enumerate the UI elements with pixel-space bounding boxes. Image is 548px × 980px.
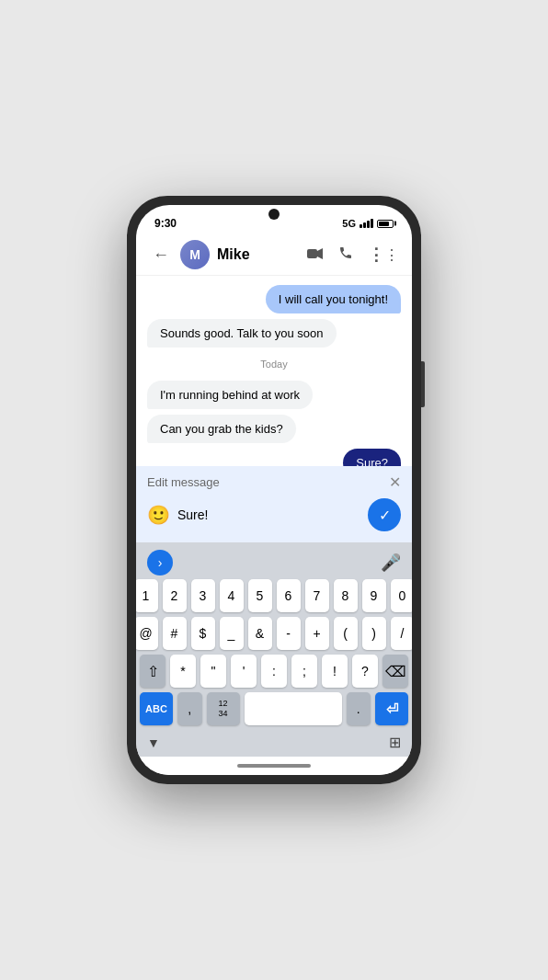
nav-actions: ⋮ (307, 245, 399, 265)
date-divider: Today (147, 359, 401, 370)
keyboard-expand-button[interactable]: › (147, 550, 173, 575)
key-8[interactable]: 8 (334, 579, 358, 612)
key-shift[interactable]: ⇧ (140, 655, 166, 688)
svg-rect-0 (307, 249, 317, 258)
message-bubble-sent-1: I will call you tonight! (266, 285, 401, 313)
home-indicator (237, 764, 311, 768)
key-period[interactable]: . (347, 692, 371, 725)
clear-icon[interactable]: ✕ (389, 473, 401, 491)
phone-frame: 9:30 5G ← M Mike (127, 196, 421, 784)
key-slash[interactable]: / (391, 617, 413, 650)
keyboard-row-2: @ # $ _ & - + ( ) / (140, 617, 408, 650)
key-7[interactable]: 7 (305, 579, 329, 612)
key-semicolon[interactable]: ; (291, 655, 317, 688)
keyboard-bottom-bar: ▼ ⊞ (140, 730, 408, 755)
message-bubble-received-1: Sounds good. Talk to you soon (147, 319, 337, 348)
key-2[interactable]: 2 (163, 579, 187, 612)
phone-call-icon[interactable] (338, 245, 353, 264)
keyboard-row-3: ⇧ * " ' : ; ! ? ⌫ (140, 655, 408, 688)
camera-notch (268, 209, 280, 220)
key-at[interactable]: @ (136, 617, 158, 650)
mic-icon[interactable]: 🎤 (381, 553, 401, 573)
message-text: Sure? (356, 456, 388, 466)
send-icon: ✓ (379, 507, 391, 524)
edit-label: Edit message (147, 475, 220, 489)
key-6[interactable]: 6 (277, 579, 301, 612)
message-text: I'm running behind at work (160, 388, 300, 402)
key-plus[interactable]: + (305, 617, 329, 650)
video-call-icon[interactable] (307, 246, 324, 263)
key-dollar[interactable]: $ (191, 617, 215, 650)
message-text: I will call you tonight! (279, 292, 388, 306)
key-comma[interactable]: , (177, 692, 202, 725)
keyboard-hide-icon[interactable]: ▼ (147, 735, 160, 750)
key-exclaim[interactable]: ! (322, 655, 348, 688)
key-asterisk[interactable]: * (170, 655, 196, 688)
key-0[interactable]: 0 (391, 579, 413, 612)
battery-icon (377, 220, 394, 228)
signal-icon (360, 219, 373, 228)
chat-area: I will call you tonight! Sounds good. Ta… (136, 276, 412, 466)
status-icons: 5G (342, 218, 394, 229)
home-indicator-area (136, 757, 412, 775)
key-question[interactable]: ? (352, 655, 378, 688)
more-options-icon[interactable]: ⋮ (368, 245, 399, 265)
key-colon[interactable]: : (261, 655, 287, 688)
key-9[interactable]: 9 (362, 579, 386, 612)
back-button[interactable]: ← (149, 244, 173, 267)
message-text: Sounds good. Talk to you soon (160, 326, 324, 340)
edit-message-text[interactable]: Sure! (177, 507, 360, 522)
message-bubble-sent-2: Sure? (343, 449, 401, 466)
key-space[interactable] (245, 692, 342, 725)
keyboard-row-4: ABC , 1234 . ⏎ (140, 692, 408, 725)
key-3[interactable]: 3 (191, 579, 215, 612)
edit-message-row: 🙂 Sure! ✓ (147, 495, 401, 535)
key-hash[interactable]: # (163, 617, 187, 650)
key-1234[interactable]: 1234 (207, 692, 240, 725)
message-bubble-received-2: I'm running behind at work (147, 381, 313, 409)
key-1[interactable]: 1 (136, 579, 158, 612)
key-underscore[interactable]: _ (220, 617, 244, 650)
send-button[interactable]: ✓ (368, 498, 401, 531)
side-button (421, 361, 425, 407)
key-4[interactable]: 4 (220, 579, 244, 612)
status-time: 9:30 (154, 217, 177, 230)
key-apostrophe[interactable]: ' (231, 655, 257, 688)
network-label: 5G (342, 218, 356, 229)
avatar: M (180, 240, 210, 269)
edit-area: Edit message ✕ 🙂 Sure! ✓ (136, 466, 412, 542)
edit-label-row: Edit message ✕ (147, 473, 401, 491)
key-backspace[interactable]: ⌫ (382, 655, 408, 688)
keyboard-row-1: 1 2 3 4 5 6 7 8 9 0 (140, 579, 408, 612)
key-minus[interactable]: - (277, 617, 301, 650)
phone-screen: 9:30 5G ← M Mike (136, 205, 412, 775)
key-abc[interactable]: ABC (140, 692, 173, 725)
message-text: Can you grab the kids? (160, 422, 283, 436)
keyboard: › 🎤 1 2 3 4 5 6 7 8 9 0 @ # $ (136, 542, 412, 757)
key-5[interactable]: 5 (248, 579, 272, 612)
key-enter[interactable]: ⏎ (375, 692, 408, 725)
emoji-icon[interactable]: 🙂 (147, 504, 170, 526)
expand-icon: › (158, 555, 163, 570)
svg-marker-1 (317, 248, 323, 259)
key-rparen[interactable]: ) (362, 617, 386, 650)
nav-bar: ← M Mike ⋮ (136, 234, 412, 276)
keyboard-toolbar: › 🎤 (140, 546, 408, 579)
key-lparen[interactable]: ( (334, 617, 358, 650)
key-ampersand[interactable]: & (248, 617, 272, 650)
key-quote[interactable]: " (200, 655, 226, 688)
contact-name: Mike (217, 246, 300, 263)
keyboard-grid-icon[interactable]: ⊞ (389, 734, 401, 751)
message-bubble-received-3: Can you grab the kids? (147, 415, 296, 443)
